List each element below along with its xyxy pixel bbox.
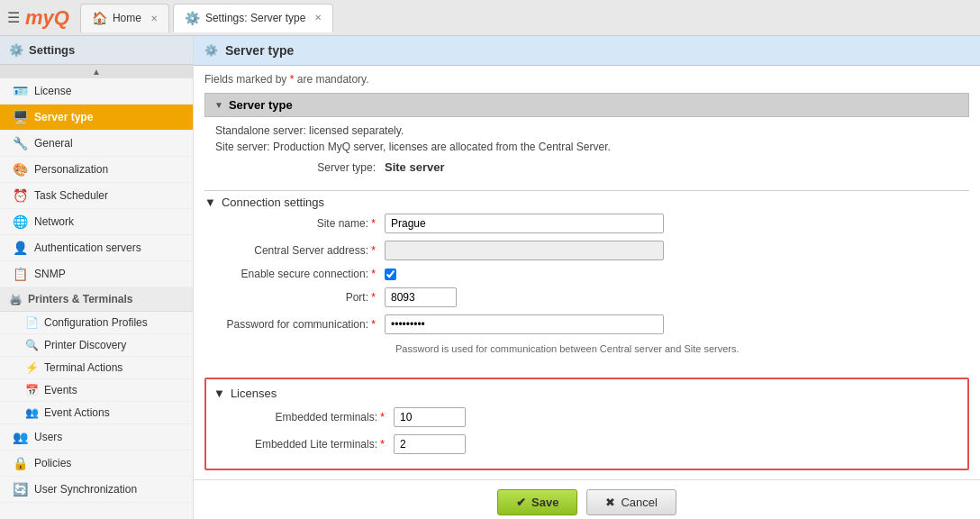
sidebar-item-auth-servers[interactable]: 👤 Authentication servers xyxy=(0,235,193,261)
events-icon: 📅 xyxy=(25,384,39,396)
port-label: Port: * xyxy=(204,291,385,304)
users-icon: 👥 xyxy=(13,430,29,444)
sidebar-item-events[interactable]: 📅 Events xyxy=(0,379,193,402)
sidebar-item-policies-label: Policies xyxy=(34,457,71,469)
sidebar-item-snmp[interactable]: 📋 SNMP xyxy=(0,261,193,287)
home-icon: 🏠 xyxy=(92,11,107,25)
content-area: ⚙️ Server type Fields marked by * are ma… xyxy=(194,36,980,519)
server-type-row: Server type: Site server xyxy=(204,160,969,174)
server-type-section-label: Server type xyxy=(229,98,293,112)
sidebar-section-printers-label: Printers & Terminals xyxy=(28,293,132,305)
tab-home[interactable]: 🏠 Home ✕ xyxy=(80,4,169,32)
tab-server-type-label: Settings: Server type xyxy=(205,12,305,24)
sidebar-item-server-type[interactable]: 🖥️ Server type xyxy=(0,105,193,131)
sidebar: ⚙️ Settings ▲ 🪪 License 🖥️ Server type 🔧… xyxy=(0,36,194,519)
port-input[interactable] xyxy=(385,287,457,307)
sidebar-item-license[interactable]: 🪪 License xyxy=(0,78,193,105)
sidebar-item-auth-servers-label: Authentication servers xyxy=(34,241,141,254)
settings-tab-icon: ⚙️ xyxy=(185,11,200,25)
secure-connection-checkbox[interactable] xyxy=(385,269,396,280)
sidebar-item-personalization-label: Personalization xyxy=(34,163,108,176)
password-hint: Password is used for communication betwe… xyxy=(204,341,969,360)
server-type-icon: 🖥️ xyxy=(13,110,29,124)
task-scheduler-icon: ⏰ xyxy=(13,188,29,203)
tab-server-type[interactable]: ⚙️ Settings: Server type ✕ xyxy=(173,4,333,32)
server-type-section-title[interactable]: ▼ Server type xyxy=(204,93,969,117)
sidebar-header: ⚙️ Settings xyxy=(0,36,193,65)
mandatory-note: Fields marked by * are mandatory. xyxy=(194,66,980,93)
sidebar-item-event-actions-label: Event Actions xyxy=(44,406,110,419)
licenses-section-label: Licenses xyxy=(231,387,277,400)
sidebar-item-task-scheduler[interactable]: ⏰ Task Scheduler xyxy=(0,183,193,209)
site-name-label: Site name: * xyxy=(204,217,385,230)
embedded-terminals-row: Embedded terminals: * xyxy=(213,407,960,427)
embedded-terminals-input[interactable] xyxy=(394,407,466,427)
licenses-section-header[interactable]: ▼ Licenses xyxy=(213,387,960,400)
sidebar-item-snmp-label: SNMP xyxy=(34,268,66,280)
sidebar-item-user-sync[interactable]: 🔄 User Synchronization xyxy=(0,477,193,503)
settings-header-icon: ⚙️ xyxy=(9,43,23,57)
central-server-label: Central Server address: * xyxy=(204,244,385,257)
central-server-input[interactable] xyxy=(385,241,664,260)
scroll-up-arrow[interactable]: ▲ xyxy=(0,65,193,78)
snmp-icon: 📋 xyxy=(13,267,29,281)
sidebar-item-personalization[interactable]: 🎨 Personalization xyxy=(0,157,193,183)
network-icon: 🌐 xyxy=(13,214,29,229)
sidebar-item-printer-discovery[interactable]: 🔍 Printer Discovery xyxy=(0,334,193,357)
sidebar-item-license-label: License xyxy=(34,85,71,97)
cancel-label: Cancel xyxy=(621,496,657,509)
server-type-value: Site server xyxy=(385,160,445,174)
hamburger-icon[interactable]: ☰ xyxy=(7,9,20,26)
terminal-actions-icon: ⚡ xyxy=(25,361,39,374)
server-type-label: Server type: xyxy=(204,161,385,174)
printer-discovery-icon: 🔍 xyxy=(25,339,39,351)
password-input[interactable] xyxy=(385,314,664,334)
sidebar-item-printer-discovery-label: Printer Discovery xyxy=(44,339,126,351)
cancel-icon: ✖ xyxy=(605,496,615,509)
embedded-terminals-required: * xyxy=(380,411,385,423)
sidebar-item-policies[interactable]: 🔒 Policies xyxy=(0,451,193,477)
sidebar-item-users[interactable]: 👥 Users xyxy=(0,424,193,451)
general-icon: 🔧 xyxy=(13,136,29,150)
sidebar-section-printers-terminals[interactable]: 🖨️ Printers & Terminals xyxy=(0,287,193,312)
main-area: ⚙️ Settings ▲ 🪪 License 🖥️ Server type 🔧… xyxy=(0,36,980,519)
password-label: Password for communication: * xyxy=(204,318,385,331)
sidebar-header-label: Settings xyxy=(29,43,75,57)
connection-section: ▼ Connection settings Site name: * Centr… xyxy=(204,190,969,360)
site-name-input[interactable] xyxy=(385,214,664,233)
licenses-collapse-icon: ▼ xyxy=(213,387,225,400)
sidebar-item-terminal-actions[interactable]: ⚡ Terminal Actions xyxy=(0,357,193,379)
description-line2: Site server: Production MyQ server, lice… xyxy=(215,141,611,153)
secure-connection-checkbox-wrap xyxy=(385,269,396,280)
user-sync-icon: 🔄 xyxy=(13,482,29,496)
port-required: * xyxy=(371,291,376,304)
server-type-description: Standalone server: licensed separately. … xyxy=(204,117,969,160)
content-header: ⚙️ Server type xyxy=(194,36,980,66)
cancel-button[interactable]: ✖ Cancel xyxy=(586,489,676,515)
save-button[interactable]: ✔ Save xyxy=(497,489,577,515)
sidebar-item-event-actions[interactable]: 👥 Event Actions xyxy=(0,402,193,424)
footer-buttons: ✔ Save ✖ Cancel xyxy=(194,479,980,519)
sidebar-item-general[interactable]: 🔧 General xyxy=(0,131,193,157)
sidebar-item-server-type-label: Server type xyxy=(34,111,93,123)
config-profiles-icon: 📄 xyxy=(25,316,39,329)
section-collapse-icon: ▼ xyxy=(214,100,223,110)
site-name-row: Site name: * xyxy=(204,214,969,233)
auth-servers-icon: 👤 xyxy=(13,241,29,255)
tab-server-type-close[interactable]: ✕ xyxy=(314,13,322,23)
embedded-lite-terminals-input[interactable] xyxy=(394,434,466,454)
embedded-lite-terminals-label: Embedded Lite terminals: * xyxy=(213,438,394,451)
page-title: Server type xyxy=(225,43,294,58)
printers-terminals-icon: 🖨️ xyxy=(9,293,23,305)
sidebar-item-config-profiles[interactable]: 📄 Configuration Profiles xyxy=(0,312,193,334)
embedded-terminals-label: Embedded terminals: * xyxy=(213,411,394,423)
sidebar-item-network[interactable]: 🌐 Network xyxy=(0,209,193,235)
save-label: Save xyxy=(531,496,558,509)
connection-section-header[interactable]: ▼ Connection settings xyxy=(204,191,969,214)
secure-connection-row: Enable secure connection: * xyxy=(204,268,969,280)
embedded-lite-terminals-row: Embedded Lite terminals: * xyxy=(213,434,960,454)
tab-home-close[interactable]: ✕ xyxy=(150,14,158,23)
asterisk-symbol: * xyxy=(290,73,295,86)
tab-home-label: Home xyxy=(113,12,141,24)
description-line1: Standalone server: licensed separately. xyxy=(215,124,404,137)
